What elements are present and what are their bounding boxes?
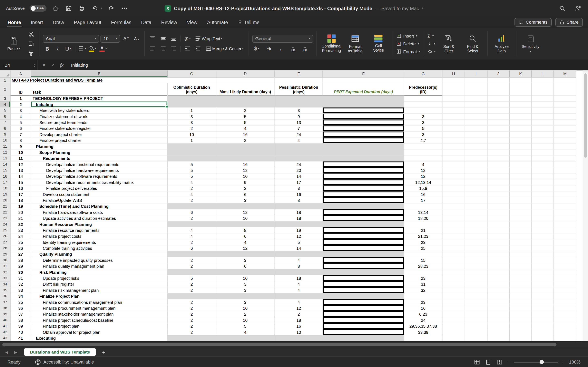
cell-G10[interactable]: 4,7 bbox=[404, 137, 442, 143]
cell-K26[interactable] bbox=[510, 233, 532, 239]
cell-A11[interactable]: 9 bbox=[10, 143, 31, 149]
cell-K31[interactable] bbox=[510, 263, 532, 269]
cell-I20[interactable] bbox=[465, 197, 488, 203]
format-button[interactable]: Format▾ bbox=[397, 48, 420, 55]
cell-D17[interactable]: 9 bbox=[216, 179, 275, 185]
decrease-decimal-button[interactable]: →.00 bbox=[300, 44, 309, 53]
cell-B19[interactable]: Develop scope statement bbox=[31, 192, 168, 197]
cell-B12[interactable]: Scope Planning bbox=[31, 150, 168, 155]
cell-D18[interactable]: 2 bbox=[216, 185, 275, 191]
sensitivity-button[interactable]: Sensitivity ▾ bbox=[520, 30, 541, 58]
cell-D31[interactable]: 6 bbox=[216, 263, 275, 269]
cell-A15[interactable]: 13 bbox=[10, 167, 31, 173]
cell-I19[interactable] bbox=[465, 192, 488, 197]
cell-A12[interactable]: 10 bbox=[10, 150, 31, 155]
cell-K28[interactable] bbox=[510, 245, 532, 251]
cell-G4[interactable] bbox=[404, 101, 442, 108]
cell-A19[interactable]: 17 bbox=[10, 192, 31, 197]
row-header-8[interactable]: 8 bbox=[0, 125, 10, 131]
cell-H5[interactable] bbox=[442, 108, 465, 113]
cell-A34[interactable]: 32 bbox=[10, 281, 31, 287]
cell-H12[interactable] bbox=[442, 150, 465, 155]
cell-F15[interactable] bbox=[323, 167, 404, 173]
cell-C16[interactable]: 5 bbox=[168, 173, 216, 179]
cell-J14[interactable] bbox=[488, 161, 510, 167]
cell-C36[interactable] bbox=[168, 293, 216, 299]
row-header-25[interactable]: 25 bbox=[0, 227, 10, 233]
cell-F33[interactable] bbox=[323, 275, 404, 281]
cell-L32[interactable] bbox=[532, 269, 554, 275]
cell-I21[interactable] bbox=[465, 203, 488, 209]
cell-I27[interactable] bbox=[465, 239, 488, 245]
cell-C37[interactable]: 2 bbox=[168, 299, 216, 305]
cell-L14[interactable] bbox=[532, 161, 554, 167]
cell-J21[interactable] bbox=[488, 203, 510, 209]
cell-F11[interactable] bbox=[323, 143, 404, 149]
cell-C7[interactable]: 3 bbox=[168, 119, 216, 125]
cell-J25[interactable] bbox=[488, 227, 510, 233]
share-button[interactable]: Share bbox=[555, 18, 583, 26]
cell-F18[interactable] bbox=[323, 185, 404, 191]
autosave-toggle[interactable]: OFF bbox=[30, 5, 47, 12]
cell-I3[interactable] bbox=[465, 95, 488, 101]
row-header-20[interactable]: 20 bbox=[0, 197, 10, 203]
cell-L13[interactable] bbox=[532, 155, 554, 161]
cell-D40[interactable]: 10 bbox=[216, 317, 275, 323]
cell-C29[interactable] bbox=[168, 251, 216, 257]
cell-D24[interactable] bbox=[216, 221, 275, 227]
cell-B36[interactable]: Finalize Project Plan bbox=[31, 293, 168, 299]
cell-C12[interactable] bbox=[168, 150, 216, 155]
align-center-button[interactable] bbox=[159, 45, 168, 53]
cell-K4[interactable] bbox=[510, 101, 532, 108]
cell-K19[interactable] bbox=[510, 192, 532, 197]
cell-H18[interactable] bbox=[442, 185, 465, 191]
cell-L4[interactable] bbox=[532, 101, 554, 108]
cell-D37[interactable]: 3 bbox=[216, 299, 275, 305]
cell-K37[interactable] bbox=[510, 299, 532, 305]
cell-D29[interactable] bbox=[216, 251, 275, 257]
prev-sheet-icon[interactable]: ◀ bbox=[4, 350, 9, 354]
page-break-view-icon[interactable] bbox=[496, 359, 502, 365]
cell-L24[interactable] bbox=[532, 221, 554, 227]
cell-D8[interactable]: 4 bbox=[216, 125, 275, 131]
fill-button[interactable]: ▾ bbox=[427, 40, 435, 47]
cell-F12[interactable] bbox=[323, 150, 404, 155]
cell-E22[interactable]: 18 bbox=[275, 209, 323, 215]
row-header-16[interactable]: 16 bbox=[0, 173, 10, 179]
page-layout-view-icon[interactable] bbox=[485, 359, 491, 365]
col-header-L[interactable]: L bbox=[532, 70, 554, 77]
cell-J42[interactable] bbox=[488, 329, 510, 335]
cell-M31[interactable] bbox=[554, 263, 576, 269]
cell-M9[interactable] bbox=[554, 132, 576, 137]
redo-icon[interactable] bbox=[107, 4, 115, 12]
sheet-tab-active[interactable]: Durations and WBS Template bbox=[24, 348, 96, 356]
cell-K34[interactable] bbox=[510, 281, 532, 287]
cell-C18[interactable]: 2 bbox=[168, 185, 216, 191]
cell-H29[interactable] bbox=[442, 251, 465, 257]
zoom-in-icon[interactable]: + bbox=[562, 359, 564, 365]
cell-B37[interactable]: Finalize communications management plan bbox=[31, 299, 168, 305]
cell-A5[interactable]: 3 bbox=[10, 108, 31, 113]
cell-M20[interactable] bbox=[554, 197, 576, 203]
cell-K9[interactable] bbox=[510, 132, 532, 137]
cell-G3[interactable] bbox=[404, 95, 442, 101]
cell-E2[interactable]: Pessimistic Duration (days) bbox=[275, 83, 323, 96]
cell-G12[interactable] bbox=[404, 150, 442, 155]
cell-G22[interactable]: 13,14 bbox=[404, 209, 442, 215]
cell-C19[interactable]: 4 bbox=[168, 192, 216, 197]
comments-button[interactable]: Comments bbox=[515, 18, 552, 26]
row-header-17[interactable]: 17 bbox=[0, 179, 10, 185]
cell-M32[interactable] bbox=[554, 269, 576, 275]
row-header-9[interactable]: 9 bbox=[0, 132, 10, 137]
row-header-30[interactable]: 30 bbox=[0, 257, 10, 263]
cell-B13[interactable]: Requirements bbox=[31, 155, 168, 161]
cell-K33[interactable] bbox=[510, 275, 532, 281]
row-header-22[interactable]: 22 bbox=[0, 209, 10, 215]
cell-K6[interactable] bbox=[510, 114, 532, 119]
cell-J34[interactable] bbox=[488, 281, 510, 287]
cell-C21[interactable] bbox=[168, 203, 216, 209]
cell-J6[interactable] bbox=[488, 114, 510, 119]
row-header-6[interactable]: 6 bbox=[0, 114, 10, 119]
cell-G27[interactable]: 23 bbox=[404, 239, 442, 245]
cell-F9[interactable] bbox=[323, 132, 404, 137]
